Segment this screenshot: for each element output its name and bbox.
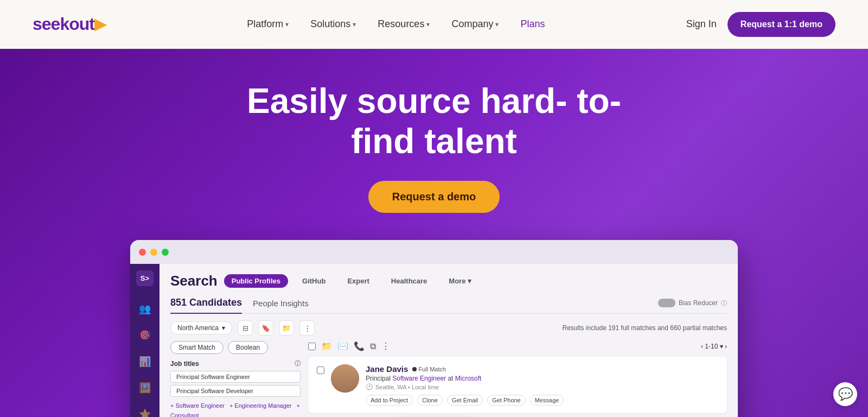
candidate-info: Jane Davis Full Match Principal Software… [366,364,718,406]
browser-mockup: S> 👥 🎯 📊 🖼️ ⭐ 💬 ▼ Search Public Profiles… [130,240,738,417]
logo[interactable]: seekout▶ [33,14,106,34]
sidebar-icon-people[interactable]: 👥 [136,301,154,317]
job-title-tag-2[interactable]: Principal Software Developer [170,385,301,397]
chevron-down-icon[interactable]: ▾ [720,343,723,350]
navbar: seekout▶ Platform ▾ Solutions ▾ Resource… [0,0,868,49]
clock-icon: 🕐 [366,383,373,390]
get-email-button[interactable]: Get Email [447,395,483,406]
browser-content: S> 👥 🎯 📊 🖼️ ⭐ 💬 ▼ Search Public Profiles… [130,264,738,417]
nav-item-solutions[interactable]: Solutions ▾ [310,18,356,30]
result-actions: 📁 ✉️ 📞 ⧉ ⋮ ‹ 1-10 ▾ › [308,341,727,351]
message-button[interactable]: Message [530,395,564,406]
tab-public-profiles[interactable]: Public Profiles [224,274,288,288]
window-maximize-dot [162,249,169,256]
sub-tags: + Software Engineer + Engineering Manage… [170,400,301,417]
copy-icon[interactable]: ⧉ [370,342,376,351]
chevron-down-icon: ▾ [426,21,430,28]
nav-item-resources[interactable]: Resources ▾ [378,18,430,30]
region-select[interactable]: North America ▾ [170,321,232,334]
chevron-down-icon: ▾ [495,21,499,28]
phone-icon[interactable]: 📞 [354,341,365,351]
chat-icon: 💬 [838,387,853,401]
candidates-count: 851 Candidates [170,297,242,314]
left-filter-panel: Smart Match Boolean Job titles ⓘ Princip… [170,341,301,417]
match-info: Results include 191 full matches and 660… [562,324,727,332]
people-insights-tab[interactable]: People Insights [253,299,309,308]
hero-title: Easily source hard- to-find talent [244,81,624,161]
right-results-panel: 📁 ✉️ 📞 ⧉ ⋮ ‹ 1-10 ▾ › [308,341,727,417]
nav-item-platform[interactable]: Platform ▾ [247,18,289,30]
pagination-label: 1-10 [705,343,718,350]
app-logo[interactable]: S> [136,270,154,286]
add-to-project-button[interactable]: Add to Project [366,395,413,406]
app-sidebar: S> 👥 🎯 📊 🖼️ ⭐ 💬 ▼ [130,264,159,417]
select-all-checkbox[interactable] [308,343,316,350]
candidate-actions: Add to Project Clone Get Email Get Phone… [366,395,718,406]
candidate-name: Jane Davis Full Match [366,364,718,374]
sidebar-icon-profiles[interactable]: 🖼️ [136,380,154,396]
chevron-down-icon: ▾ [285,21,289,28]
window-close-dot [139,249,146,256]
logo-text: seek [33,14,69,34]
search-type-tabs: Smart Match Boolean [170,341,301,354]
candidate-location: 🕐 Seattle, WA • Local time [366,383,718,390]
two-column-layout: Smart Match Boolean Job titles ⓘ Princip… [170,341,727,417]
region-label: North America [177,324,219,332]
candidate-checkbox[interactable] [317,367,324,374]
window-minimize-dot [150,249,157,256]
sign-in-link[interactable]: Sign In [686,18,717,30]
sidebar-icon-target[interactable]: 🎯 [136,327,154,343]
get-phone-button[interactable]: Get Phone [487,395,526,406]
bias-reducer-toggle[interactable]: Bias Reducer ⓘ [658,299,727,307]
bookmark-button[interactable]: 🔖 [258,320,273,336]
nav-actions: Sign In Request a 1:1 demo [686,12,835,37]
toggle-switch[interactable] [658,299,675,307]
sub-tag-2[interactable]: + Engineering Manager [229,402,292,409]
filter-row: North America ▾ ⊟ 🔖 📁 ⋮ Results include … [170,320,727,336]
candidates-bar: 851 Candidates People Insights Bias Redu… [170,297,727,314]
sidebar-icon-analytics[interactable]: 📊 [136,354,154,370]
bias-reducer-label: Bias Reducer [679,299,718,307]
chevron-down-icon: ▾ [222,324,225,332]
job-title-tag-1[interactable]: Principal Software Engineer [170,371,301,383]
info-icon: ⓘ [721,299,727,307]
nav-item-company[interactable]: Company ▾ [451,18,499,30]
demo-button[interactable]: Request a 1:1 demo [727,12,835,37]
search-title: Search [170,273,218,289]
pagination: ‹ 1-10 ▾ › [701,343,727,350]
tab-expert[interactable]: Expert [340,274,376,288]
tab-github[interactable]: GitHub [295,274,333,288]
app-main: Search Public Profiles GitHub Expert Hea… [159,264,738,417]
sub-tag-1[interactable]: + Software Engineer [170,402,225,409]
hero-section: Easily source hard- to-find talent Reque… [0,49,868,417]
avatar-image [331,364,359,393]
clone-button[interactable]: Clone [417,395,443,406]
nav-menu: Platform ▾ Solutions ▾ Resources ▾ Compa… [247,18,545,30]
chevron-down-icon: ▾ [353,21,356,28]
folder-button[interactable]: 📁 [279,320,294,336]
candidate-role: Principal Software Engineer at Microsoft [366,375,718,382]
folder-icon[interactable]: 📁 [321,341,332,351]
smart-match-tab[interactable]: Smart Match [170,341,224,354]
candidate-card: Jane Davis Full Match Principal Software… [308,357,727,413]
chat-widget[interactable]: 💬 [833,382,857,406]
next-page-icon[interactable]: › [725,343,727,350]
sidebar-icon-favorites[interactable]: ⭐ [136,407,154,417]
tab-healthcare[interactable]: Healthcare [384,274,435,288]
tab-more[interactable]: More ▾ [441,274,479,288]
filter-button[interactable]: ⊟ [238,320,253,336]
info-icon: ⓘ [295,359,301,368]
more-options-button[interactable]: ⋮ [299,320,315,336]
hero-cta-button[interactable]: Request a demo [368,181,500,213]
browser-bar [130,240,738,264]
match-dot-icon [412,367,417,371]
nav-item-plans[interactable]: Plans [520,18,545,30]
search-header: Search Public Profiles GitHub Expert Hea… [170,273,727,289]
match-badge: Full Match [412,366,446,372]
more-icon[interactable]: ⋮ [381,341,390,351]
email-icon[interactable]: ✉️ [337,341,348,351]
filter-section-title: Job titles ⓘ [170,359,301,368]
boolean-tab[interactable]: Boolean [228,341,268,354]
avatar [331,364,359,393]
prev-page-icon[interactable]: ‹ [701,343,703,350]
